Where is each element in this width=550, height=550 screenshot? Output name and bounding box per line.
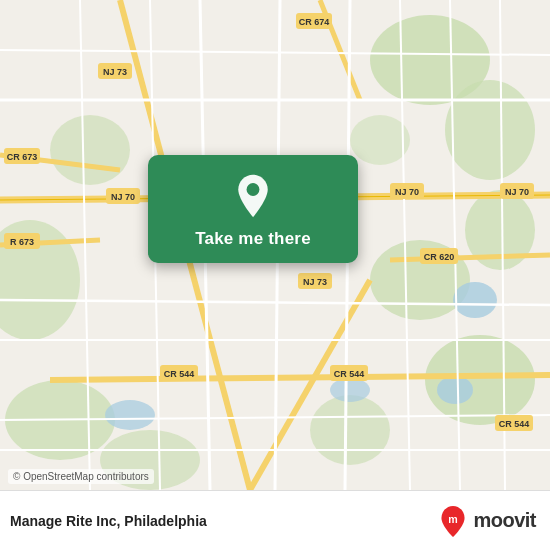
- svg-point-6: [310, 395, 390, 465]
- svg-point-2: [445, 80, 535, 180]
- svg-text:m: m: [449, 512, 458, 524]
- svg-point-14: [105, 400, 155, 430]
- svg-text:NJ 70: NJ 70: [505, 187, 529, 197]
- take-me-there-label: Take me there: [195, 229, 311, 249]
- map-attribution: © OpenStreetMap contributors: [8, 469, 154, 484]
- svg-text:CR 544: CR 544: [334, 369, 365, 379]
- svg-text:CR 544: CR 544: [164, 369, 195, 379]
- svg-text:CR 674: CR 674: [299, 17, 330, 27]
- svg-text:R 673: R 673: [10, 237, 34, 247]
- svg-text:CR 620: CR 620: [424, 252, 455, 262]
- take-me-there-button[interactable]: Take me there: [148, 155, 358, 263]
- bottom-left: Manage Rite Inc, Philadelphia: [10, 513, 207, 529]
- map-container: NJ 70 NJ 70 NJ 70 NJ 73 NJ 73 CR 674 CR …: [0, 0, 550, 490]
- moovit-logo[interactable]: m moovit: [437, 505, 536, 537]
- svg-text:NJ 70: NJ 70: [395, 187, 419, 197]
- svg-point-63: [247, 183, 260, 196]
- svg-point-15: [330, 378, 370, 402]
- svg-point-11: [350, 115, 410, 165]
- svg-text:NJ 70: NJ 70: [111, 192, 135, 202]
- moovit-brand-icon: m: [437, 505, 469, 537]
- svg-point-5: [425, 335, 535, 425]
- svg-point-12: [453, 282, 497, 318]
- moovit-text: moovit: [473, 509, 536, 532]
- svg-text:CR 544: CR 544: [499, 419, 530, 429]
- svg-point-10: [50, 115, 130, 185]
- place-name: Manage Rite Inc, Philadelphia: [10, 513, 207, 529]
- location-pin-icon: [230, 173, 276, 219]
- svg-point-13: [437, 376, 473, 404]
- bottom-bar: Manage Rite Inc, Philadelphia m moovit: [0, 490, 550, 550]
- svg-text:CR 673: CR 673: [7, 152, 38, 162]
- svg-text:NJ 73: NJ 73: [103, 67, 127, 77]
- svg-text:NJ 73: NJ 73: [303, 277, 327, 287]
